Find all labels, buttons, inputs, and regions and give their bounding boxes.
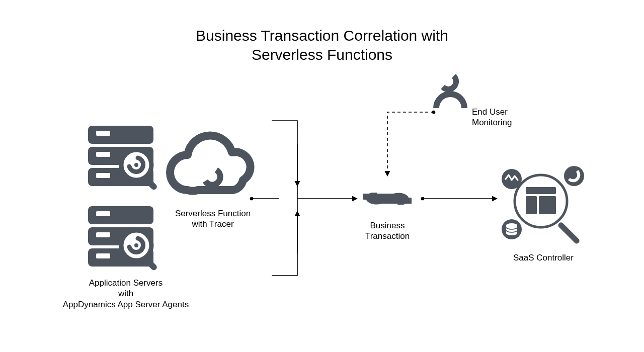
svg-rect-15 — [96, 232, 110, 237]
app-servers-label-l3: AppDynamics App Server Agents — [63, 300, 189, 309]
svg-rect-6 — [96, 173, 110, 178]
end-user-icon — [436, 76, 464, 108]
svg-point-29 — [564, 166, 584, 186]
eum-label: End User Monitoring — [472, 107, 542, 128]
app-servers-label-l1: Application Servers — [89, 278, 163, 288]
eum-to-bt-dashed-line — [387, 112, 434, 176]
business-tx-label: Business Transaction — [352, 220, 423, 242]
svg-point-9 — [134, 163, 138, 167]
eum-label-l1: End User — [472, 107, 508, 117]
business-transaction-icon — [363, 193, 412, 205]
eum-label-l2: Monitoring — [472, 118, 512, 127]
saas-label: SaaS Controller — [501, 252, 586, 263]
svg-rect-14 — [96, 211, 110, 216]
saas-controller-icon — [502, 166, 584, 245]
saas-label-text: SaaS Controller — [513, 253, 574, 262]
svg-point-19 — [134, 243, 138, 247]
svg-rect-26 — [526, 196, 537, 214]
serverless-label-l1: Serverless Function — [175, 209, 251, 218]
cloud-tracer-icon — [170, 136, 251, 191]
serverless-label-l2: with Tracer — [192, 219, 233, 229]
business-tx-label-l1: Business — [370, 221, 405, 230]
svg-rect-24 — [557, 221, 581, 245]
svg-point-21 — [384, 195, 391, 202]
app-servers-label: Application Servers with AppDynamics App… — [60, 278, 191, 310]
svg-rect-16 — [96, 253, 110, 258]
app-servers-label-l2: with — [118, 289, 133, 298]
svg-rect-5 — [96, 152, 110, 157]
server-stack-top-icon — [88, 126, 158, 191]
svg-rect-27 — [539, 196, 556, 214]
svg-rect-25 — [526, 187, 556, 194]
svg-rect-4 — [96, 131, 110, 136]
server-stack-bottom-icon — [88, 206, 158, 272]
business-tx-label-l2: Transaction — [365, 231, 410, 241]
merge-bracket-line — [272, 121, 297, 276]
serverless-label: Serverless Function with Tracer — [170, 208, 256, 230]
